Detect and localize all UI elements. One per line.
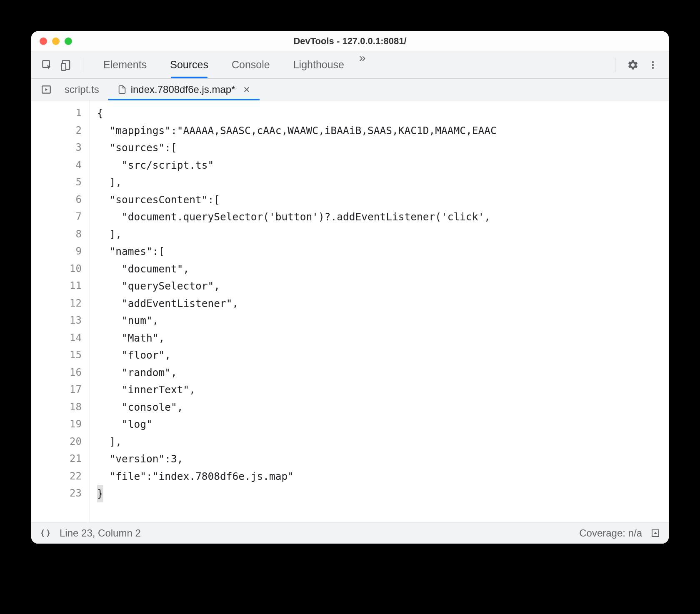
file-tabs: script.ts index.7808df6e.js.map* [31,79,669,100]
tab-label: Console [232,59,270,71]
file-tab-script-ts[interactable]: script.ts [55,79,108,100]
cursor-position: Line 23, Column 2 [60,527,141,539]
maximize-window-button[interactable] [65,37,72,45]
device-toolbar-icon[interactable] [58,57,75,73]
panel-tabs: Elements Sources Console Lighthouse » [92,51,369,78]
settings-icon[interactable] [625,57,641,73]
more-tabs-button[interactable]: » [356,51,369,78]
line-gutter: 1 2 3 4 5 6 7 8 9 10 11 12 13 14 15 16 1… [31,100,90,522]
file-icon [118,85,127,94]
tab-label: Sources [170,59,208,71]
devtools-window: DevTools - 127.0.0.1:8081/ Elements Sour… [31,31,669,544]
window-title: DevTools - 127.0.0.1:8081/ [31,36,669,47]
main-toolbar: Elements Sources Console Lighthouse » [31,51,669,79]
toolbar-right [609,57,661,73]
collapse-drawer-icon[interactable] [650,528,660,538]
svg-point-3 [652,61,654,62]
tab-console[interactable]: Console [220,51,282,78]
file-tab-label: script.ts [65,84,99,95]
tab-label: Elements [103,59,147,71]
svg-point-4 [652,64,654,65]
titlebar: DevTools - 127.0.0.1:8081/ [31,31,669,51]
pretty-print-icon[interactable] [40,528,51,538]
tab-elements[interactable]: Elements [92,51,158,78]
window-controls [40,37,72,45]
status-bar: Line 23, Column 2 Coverage: n/a [31,522,669,544]
toolbar-separator [615,58,615,72]
svg-point-5 [652,67,654,68]
close-icon[interactable] [243,86,250,93]
file-tab-label: index.7808df6e.js.map* [131,84,235,95]
coverage-status: Coverage: n/a [579,527,642,539]
inspect-element-icon[interactable] [39,57,55,73]
svg-rect-2 [61,63,66,70]
kebab-menu-icon[interactable] [645,57,661,73]
file-tab-index-map[interactable]: index.7808df6e.js.map* [108,79,260,100]
tab-sources[interactable]: Sources [158,51,220,78]
tab-lighthouse[interactable]: Lighthouse [282,51,356,78]
tab-label: Lighthouse [293,59,344,71]
code-editor[interactable]: 1 2 3 4 5 6 7 8 9 10 11 12 13 14 15 16 1… [31,100,669,522]
minimize-window-button[interactable] [52,37,60,45]
code-content[interactable]: { "mappings":"AAAAA,SAASC,cAAc,WAAWC,iBA… [90,100,669,522]
close-window-button[interactable] [40,37,47,45]
toolbar-separator [83,58,83,72]
navigator-toggle-icon[interactable] [37,79,55,100]
